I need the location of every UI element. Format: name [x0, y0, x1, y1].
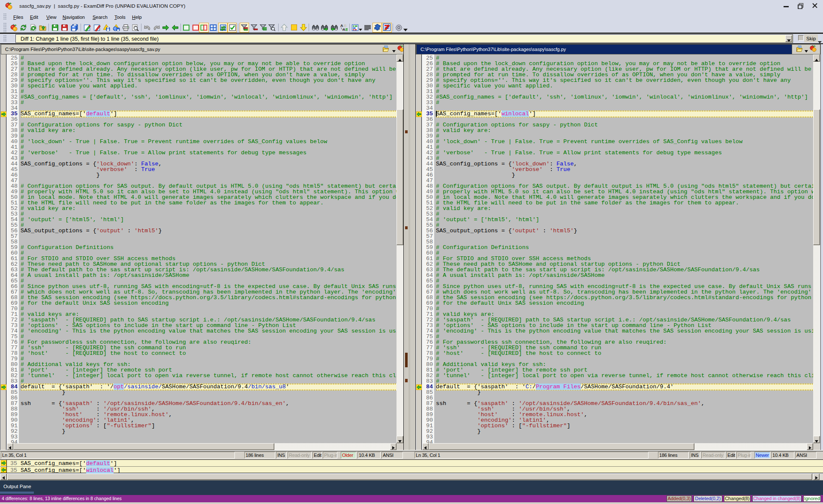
- svg-text:B: B: [345, 27, 348, 31]
- svg-text:A: A: [342, 27, 345, 31]
